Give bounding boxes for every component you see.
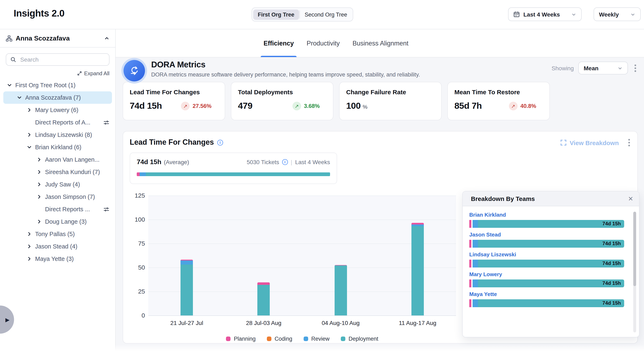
tree-item-label: Sireesha Kunduri (7) xyxy=(45,169,100,175)
chart-menu-kebab-icon[interactable] xyxy=(626,139,632,146)
team-name-link[interactable]: Lindsay Liszewski xyxy=(469,251,624,258)
chevron-right-icon[interactable] xyxy=(36,218,42,225)
sidebar-item-maya-yette-3[interactable]: Maya Yette (3) xyxy=(3,253,112,265)
scrollbar-thumb[interactable] xyxy=(633,212,636,286)
close-icon[interactable]: ✕ xyxy=(628,195,633,202)
chevron-down-icon xyxy=(571,12,576,17)
sidebar-item-first-org-tree-root-1[interactable]: First Org Tree Root (1) xyxy=(3,79,112,91)
sidebar-header[interactable]: Anna Scozzafava xyxy=(0,29,115,48)
team-bar-planning xyxy=(469,260,471,267)
dora-menu-kebab-icon[interactable] xyxy=(632,64,638,72)
sidebar-item-direct-reports-of-a[interactable]: Direct Reports of A... xyxy=(3,116,112,129)
chevron-up-icon[interactable] xyxy=(104,36,110,41)
search-input[interactable] xyxy=(20,56,105,63)
chevron-right-icon[interactable] xyxy=(26,243,33,250)
legend-item-deployment: Deployment xyxy=(341,336,378,342)
info-icon[interactable]: i xyxy=(217,140,223,145)
team-name-link[interactable]: Mary Lowery xyxy=(469,271,624,277)
bar-segment-planning xyxy=(412,223,424,224)
team-bar-deployment: 74d 15h xyxy=(478,220,624,228)
bar-segment-deployment xyxy=(180,265,193,315)
trend-arrow-icon: ↗ xyxy=(292,102,301,110)
y-tick-label: 25 xyxy=(128,288,145,295)
sidebar-item-mary-lowery-6[interactable]: Mary Lowery (6) xyxy=(3,104,112,116)
org-tree-option[interactable]: First Org Tree xyxy=(253,9,299,20)
sidebar-item-sireesha-kunduri-7[interactable]: Sireesha Kunduri (7) xyxy=(3,166,112,178)
team-name-link[interactable]: Brian Kirkland xyxy=(469,212,624,218)
stacked-bar-4[interactable] xyxy=(412,196,424,315)
view-breakdown-button[interactable]: View Breakdown xyxy=(560,139,619,146)
stacked-bar-2[interactable] xyxy=(258,196,270,315)
tree-item-label: Jason Stead (4) xyxy=(35,243,78,250)
stacked-bar-1[interactable] xyxy=(180,196,193,315)
tree-item-label: First Org Tree Root (1) xyxy=(15,82,76,89)
date-range-dropdown[interactable]: Last 4 Weeks xyxy=(508,8,582,21)
mini-bar-segment-review xyxy=(140,172,146,176)
chevron-right-icon[interactable] xyxy=(36,181,42,188)
average-summary-card: 74d 15h (Average) 5030 Tickets i | Last … xyxy=(130,153,337,184)
team-row-jason-stead: Jason Stead74d 15h xyxy=(469,231,624,248)
gridline xyxy=(148,267,456,268)
chart-controls: View Breakdown xyxy=(560,139,632,146)
legend-swatch xyxy=(267,336,271,341)
team-lead-time-bar: 74d 15h xyxy=(469,299,624,307)
sidebar-item-brian-kirkland-6[interactable]: Brian Kirkland (6) xyxy=(3,141,112,153)
search-icon xyxy=(10,57,16,63)
sidebar-item-aaron-van-langen[interactable]: Aaron Van Langen... xyxy=(3,153,112,166)
sidebar-item-lindsay-liszewski-8[interactable]: Lindsay Liszewski (8) xyxy=(3,129,112,141)
metric-value-row: 85d 7h↗40.8% xyxy=(454,101,543,111)
metric-value: 85d 7h xyxy=(454,101,482,111)
chevron-right-icon[interactable] xyxy=(36,193,42,200)
team-lead-time-bar: 74d 15h xyxy=(469,220,624,228)
sidebar-item-jason-stead-4[interactable]: Jason Stead (4) xyxy=(3,240,112,253)
phase-mini-bar xyxy=(137,172,330,176)
chevron-down-icon[interactable] xyxy=(6,82,13,89)
team-name-link[interactable]: Maya Yette xyxy=(469,291,624,297)
metric-value: 74d 15h xyxy=(130,101,162,111)
stacked-bar-3[interactable] xyxy=(334,196,347,315)
y-tick-label: 0 xyxy=(128,312,145,319)
granularity-dropdown[interactable]: Weekly xyxy=(594,8,641,21)
tab-business-alignment[interactable]: Business Alignment xyxy=(352,29,409,57)
calendar-icon xyxy=(514,11,520,17)
chevron-down-icon[interactable] xyxy=(26,144,33,151)
team-name-link[interactable]: Jason Stead xyxy=(469,231,624,238)
trend-delta: 27.56% xyxy=(192,103,212,109)
tree-item-label: Aaron Van Langen... xyxy=(45,156,100,163)
top-bar: Insights 2.0 First Org TreeSecond Org Tr… xyxy=(0,0,644,29)
org-tree-option[interactable]: Second Org Tree xyxy=(300,9,352,20)
expand-icon xyxy=(77,71,82,76)
filter-sliders-icon[interactable] xyxy=(103,206,110,212)
tab-efficiency[interactable]: Efficiency xyxy=(263,29,294,57)
panel-scrollbar[interactable] xyxy=(633,212,636,332)
chevron-right-icon[interactable] xyxy=(36,169,42,175)
bar-stack xyxy=(258,282,270,315)
divider: | xyxy=(291,159,292,165)
bar-stack xyxy=(180,260,193,315)
chevron-right-icon[interactable] xyxy=(26,231,33,237)
metric-value-row: 479↗3.68% xyxy=(238,101,326,111)
expand-all-button[interactable]: Expand All xyxy=(6,70,110,77)
sidebar-item-jason-simpson-7[interactable]: Jason Simpson (7) xyxy=(3,191,112,203)
aggregation-dropdown[interactable]: Mean xyxy=(578,62,628,74)
filter-sliders-icon[interactable] xyxy=(103,119,110,126)
sidebar-item-doug-lange-3[interactable]: Doug Lange (3) xyxy=(3,215,112,228)
chevron-down-icon[interactable] xyxy=(16,94,23,101)
sidebar-item-anna-scozzafava-7[interactable]: Anna Scozzafava (7) xyxy=(3,91,112,104)
bar-stack xyxy=(334,265,347,315)
chevron-right-icon[interactable] xyxy=(26,255,33,262)
chevron-right-icon[interactable] xyxy=(26,132,33,138)
org-tree: First Org Tree Root (1)Anna Scozzafava (… xyxy=(0,79,115,265)
sidebar-item-judy-saw-4[interactable]: Judy Saw (4) xyxy=(3,178,112,191)
metric-value: 100 xyxy=(346,101,360,111)
team-row-brian-kirkland: Brian Kirkland74d 15h xyxy=(469,212,624,228)
sidebar-item-direct-reports[interactable]: Direct Reports ... xyxy=(3,203,112,215)
chevron-right-icon[interactable] xyxy=(36,156,42,163)
tab-productivity[interactable]: Productivity xyxy=(306,29,340,57)
panel-header: Breakdown By Teams ✕ xyxy=(463,191,639,206)
chevron-right-icon[interactable] xyxy=(26,107,33,113)
sidebar-item-tony-pallas-5[interactable]: Tony Pallas (5) xyxy=(3,228,112,240)
granularity-value: Weekly xyxy=(599,11,619,18)
metric-title: Mean Time To Restore xyxy=(454,89,543,96)
info-icon[interactable]: i xyxy=(282,159,288,165)
